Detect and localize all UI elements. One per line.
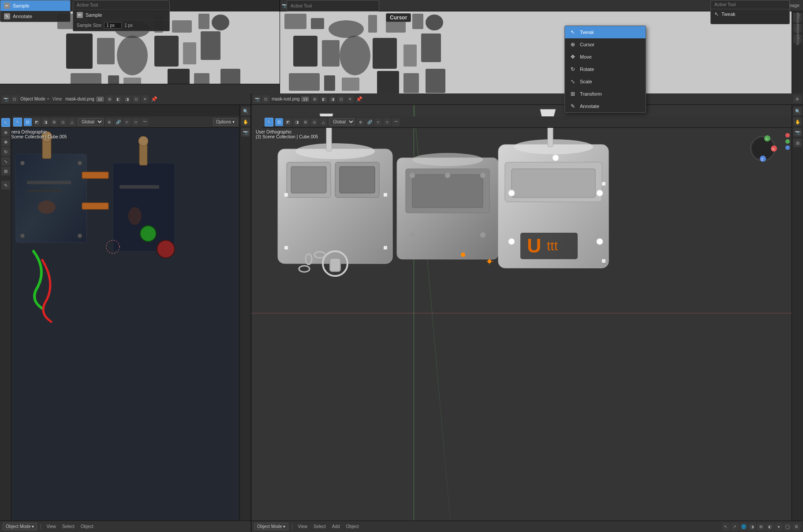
- rt-btn-2[interactable]: ◧: [320, 95, 328, 103]
- image-tab[interactable]: Image: [793, 13, 802, 22]
- select-tool-active[interactable]: ↖: [13, 118, 22, 126]
- vp-mode-3[interactable]: ◨: [41, 118, 49, 126]
- tb-btn-4[interactable]: ⊡: [132, 95, 140, 103]
- right-select-btn[interactable]: ↖: [265, 118, 273, 126]
- rt-btn-4[interactable]: ⊡: [337, 95, 345, 103]
- r-ctrl-1[interactable]: ↖: [722, 523, 730, 531]
- rt-btn-3[interactable]: ◨: [329, 95, 336, 103]
- r-vp-m-3[interactable]: ◨: [293, 118, 301, 126]
- sample-size-input[interactable]: [104, 22, 122, 29]
- right-pivot-icons: ⊕ 🔗 ⊂ ⊃ 〜: [357, 118, 400, 126]
- prop-btn-2[interactable]: ⊃: [132, 118, 140, 126]
- vp-mode-5[interactable]: ◎: [59, 118, 67, 126]
- options-btn-left[interactable]: Options ▾: [213, 118, 238, 126]
- r-grid-btn[interactable]: ⊞: [793, 138, 802, 147]
- svg-point-28: [340, 36, 370, 75]
- coordinate-select-left[interactable]: Global: [78, 118, 104, 126]
- annotate-tool-btn[interactable]: ✎: [1, 181, 10, 190]
- cursor-tool-btn[interactable]: ⊕: [1, 128, 10, 137]
- left-mode-btn[interactable]: ⊡: [11, 95, 19, 103]
- coordinate-select-right[interactable]: Global: [329, 118, 355, 126]
- transform-tool-btn[interactable]: ⊞: [1, 167, 10, 175]
- rt-btn-5[interactable]: ✕: [346, 95, 354, 103]
- vp-mode-2[interactable]: ◩: [33, 118, 41, 126]
- r-snap-btn[interactable]: 🔗: [366, 118, 373, 126]
- right-mode-btn[interactable]: ⊡: [262, 95, 270, 103]
- prop-btn-3[interactable]: 〜: [141, 118, 149, 126]
- r-ctrl-2[interactable]: ↗: [731, 523, 739, 531]
- rotate-tool-btn[interactable]: ↻: [1, 147, 10, 156]
- object-status-btn[interactable]: Object: [79, 523, 95, 530]
- vp-mode-1[interactable]: ⊡: [24, 118, 32, 126]
- svg-point-87: [445, 173, 450, 178]
- nav-gizmo-svg: X Y Z: [747, 133, 778, 164]
- r-vp-m-6[interactable]: △: [319, 118, 327, 126]
- r-prop-btn-2[interactable]: ⊃: [383, 118, 391, 126]
- right-extra-btn[interactable]: ⚙: [793, 95, 801, 103]
- hand-pan-btn[interactable]: ✋: [241, 117, 250, 126]
- transform-icon: ⊞: [569, 90, 576, 97]
- r-zoom-btn[interactable]: 🔍: [793, 107, 802, 115]
- object-status-btn-right[interactable]: Object: [344, 523, 361, 530]
- rotate-option[interactable]: ↻ Rotate: [565, 63, 646, 75]
- tb-btn-2[interactable]: ◧: [115, 95, 123, 103]
- vp-mode-4[interactable]: ⊞: [50, 118, 58, 126]
- pivot-btn[interactable]: ⊕: [105, 118, 113, 126]
- cursor-option[interactable]: ⊕ Cursor: [565, 38, 646, 51]
- r-vp-m-5[interactable]: ◎: [310, 118, 318, 126]
- object-mode-btn-right[interactable]: Object Mode ▾: [254, 523, 288, 530]
- r-vp-m-2[interactable]: ◩: [284, 118, 292, 126]
- nav-gizmo-right[interactable]: X Y Z: [747, 133, 778, 164]
- move-option[interactable]: ✥ Move: [565, 51, 646, 63]
- tweak-option[interactable]: ↖ Tweak: [565, 26, 646, 38]
- r-ctrl-6[interactable]: ◐: [766, 523, 774, 531]
- r-hand-btn[interactable]: ✋: [793, 117, 802, 126]
- r-camera-btn[interactable]: 📷: [793, 128, 802, 137]
- tool-annotate[interactable]: ✎ Annotate: [0, 11, 70, 22]
- select-status-btn[interactable]: Select: [60, 523, 76, 530]
- r-vp-m-4[interactable]: ⊞: [302, 118, 310, 126]
- vp-mode-6[interactable]: △: [68, 118, 76, 126]
- svg-rect-73: [291, 167, 326, 193]
- r-ctrl-9[interactable]: ⚙: [792, 523, 800, 531]
- r-prop-btn-3[interactable]: 〜: [392, 118, 400, 126]
- r-vp-m-1[interactable]: ⊡: [275, 118, 283, 126]
- left-img-btn[interactable]: 📷: [2, 95, 10, 103]
- r-ctrl-3[interactable]: 🌐: [740, 523, 747, 531]
- rt-btn-1[interactable]: ⊞: [311, 95, 319, 103]
- select-tool-btn[interactable]: ↖: [1, 118, 10, 127]
- scopes-tab[interactable]: Scopes: [793, 34, 802, 43]
- view-status-btn[interactable]: View: [45, 523, 58, 530]
- prop-btn[interactable]: ⊂: [123, 118, 131, 126]
- r-ctrl-4[interactable]: ◑: [748, 523, 756, 531]
- r-pivot-btn[interactable]: ⊕: [357, 118, 365, 126]
- snap-btn[interactable]: 🔗: [114, 118, 122, 126]
- r-prop-btn[interactable]: ⊂: [374, 118, 382, 126]
- r-ctrl-8[interactable]: ◯: [784, 523, 792, 531]
- r-ctrl-7[interactable]: ●: [775, 523, 783, 531]
- select-status-btn-right[interactable]: Select: [312, 523, 328, 530]
- pin-btn-left[interactable]: 📌: [151, 96, 157, 102]
- camera-btn[interactable]: 📷: [241, 128, 250, 137]
- scale-tool-btn[interactable]: ⤡: [1, 157, 10, 166]
- tb-btn-5[interactable]: ✕: [141, 95, 149, 103]
- pin-btn-right[interactable]: 📌: [356, 96, 362, 102]
- add-status-btn[interactable]: Add: [330, 523, 342, 530]
- right-img-btn[interactable]: 📷: [253, 95, 261, 103]
- tool-sample[interactable]: ✏ Sample: [0, 0, 70, 11]
- tb-btn-1[interactable]: ⊞: [106, 95, 114, 103]
- transform-option[interactable]: ⊞ Transform: [565, 88, 646, 100]
- zoom-magnify-btn[interactable]: 🔍: [241, 107, 250, 115]
- svg-point-44: [78, 234, 82, 238]
- tb-btn-3[interactable]: ◨: [123, 95, 131, 103]
- view-status-btn-right[interactable]: View: [296, 523, 309, 530]
- object-mode-btn-left[interactable]: Object Mode ▾: [3, 523, 37, 530]
- annotate-option[interactable]: ✎ Annotate: [565, 100, 646, 112]
- r-ctrl-5[interactable]: ⊞: [757, 523, 765, 531]
- view-left-btn[interactable]: View: [51, 96, 64, 102]
- vp-bg-right[interactable]: U ttt: [251, 105, 792, 521]
- view-side-tab[interactable]: View: [793, 24, 802, 33]
- vp-bg-left[interactable]: [11, 128, 239, 521]
- scale-option[interactable]: ⤡ Scale: [565, 75, 646, 88]
- move-tool-btn[interactable]: ✥: [1, 138, 10, 146]
